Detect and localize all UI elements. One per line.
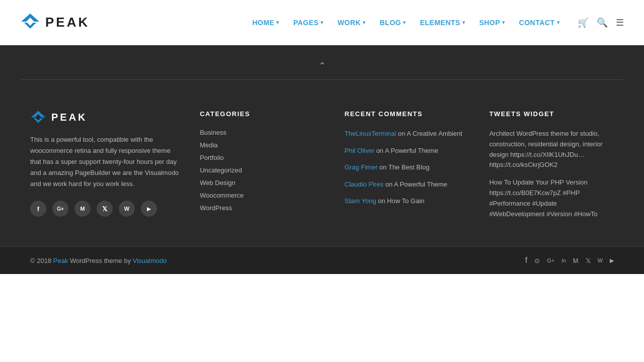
copyright-peak-link[interactable]: Peak <box>53 257 68 264</box>
bottom-wordpress-icon[interactable]: W <box>598 257 603 263</box>
svg-marker-2 <box>31 111 46 118</box>
svg-marker-1 <box>24 23 36 29</box>
logo-text: PEAK <box>45 15 90 30</box>
footer-logo[interactable]: PEAK <box>30 110 180 124</box>
menu-icon[interactable]: ☰ <box>616 17 624 28</box>
footer-categories-col: CATEGORIES Business Media Portfolio Unca… <box>200 110 325 226</box>
medium-icon[interactable]: M <box>74 201 91 217</box>
facebook-icon[interactable]: f <box>30 201 46 217</box>
nav-work[interactable]: WORK ▾ <box>338 19 366 27</box>
main-nav: HOME ▾ PAGES ▾ WORK ▾ BLOG ▾ ELEMENTS ▾ … <box>252 17 624 28</box>
svg-marker-3 <box>33 118 43 123</box>
footer-social-icons: f G+ M 𝕏 W ▶ <box>30 201 180 217</box>
google-plus-icon[interactable]: G+ <box>52 201 68 217</box>
bottom-facebook-icon[interactable]: f <box>525 256 527 265</box>
tweets-title: TWEETS WIDGET <box>489 110 614 118</box>
top-divider <box>20 79 624 80</box>
category-web-design[interactable]: Web Design <box>200 179 325 187</box>
footer-about-col: PEAK This is a powerful tool, compatible… <box>30 110 180 226</box>
category-woocommerce[interactable]: Woocommerce <box>200 192 325 199</box>
chevron-down-icon: ▾ <box>502 20 505 25</box>
nav-elements[interactable]: ELEMENTS ▾ <box>420 19 465 27</box>
site-header: PEAK HOME ▾ PAGES ▾ WORK ▾ BLOG ▾ ELEMEN… <box>0 0 644 45</box>
bottom-youtube-icon[interactable]: ▶ <box>610 257 614 264</box>
footer-logo-text: PEAK <box>51 112 88 123</box>
nav-pages[interactable]: PAGES ▾ <box>293 19 324 27</box>
bottom-twitter-icon[interactable]: 𝕏 <box>586 257 591 264</box>
wordpress-icon[interactable]: W <box>119 201 135 217</box>
footer-bottom: © 2018 Peak WordPress theme by Visualmod… <box>0 247 644 274</box>
chevron-down-icon: ▾ <box>403 20 406 25</box>
footer-content: PEAK This is a powerful tool, compatible… <box>0 85 644 246</box>
bottom-github-icon[interactable]: ⊙ <box>534 257 540 264</box>
comment-1: TheLinuxTerminal on A Creative Ambient <box>345 129 469 139</box>
youtube-icon[interactable]: ▶ <box>141 201 157 217</box>
footer-tweets-col: TWEETS WIDGET Architect WordPress theme … <box>489 110 614 226</box>
twitter-icon[interactable]: 𝕏 <box>97 201 113 217</box>
cart-icon[interactable]: 🛒 <box>578 17 589 28</box>
categories-title: CATEGORIES <box>200 110 325 118</box>
category-portfolio[interactable]: Portfolio <box>200 154 325 161</box>
chevron-down-icon: ▾ <box>462 20 465 25</box>
bottom-google-plus-icon[interactable]: G+ <box>547 257 554 263</box>
logo-icon <box>20 13 40 32</box>
chevron-down-icon: ▾ <box>363 20 366 25</box>
nav-utility-icons: 🛒 🔍 ☰ <box>578 17 624 28</box>
search-icon[interactable]: 🔍 <box>597 17 608 28</box>
nav-contact[interactable]: CONTACT ▾ <box>519 19 559 27</box>
comments-title: RECENT COMMENTS <box>345 110 469 118</box>
bottom-medium-icon[interactable]: M <box>573 257 579 264</box>
footer-description: This is a powerful tool, compatible with… <box>30 134 180 190</box>
comment-2: Phil Oliver on A Powerful Theme <box>345 146 469 156</box>
svg-marker-0 <box>21 14 39 22</box>
chevron-down-icon: ▾ <box>320 20 324 25</box>
dark-section: ⌃ <box>0 45 644 85</box>
comment-5: Stam Yong on How To Gain <box>345 196 469 206</box>
copyright-brand-link[interactable]: Visualmodo <box>133 257 167 264</box>
chevron-down-icon: ▾ <box>557 20 560 25</box>
footer-comments-col: RECENT COMMENTS TheLinuxTerminal on A Cr… <box>345 110 469 226</box>
tweet-1: Architect WordPress theme for studio, co… <box>489 129 614 170</box>
category-wordpress[interactable]: WordPress <box>200 204 325 212</box>
scroll-up-button[interactable]: ⌃ <box>318 60 326 71</box>
nav-shop[interactable]: SHOP ▾ <box>479 19 505 27</box>
category-uncategorized[interactable]: Uncategorized <box>200 166 325 174</box>
logo[interactable]: PEAK <box>20 13 90 32</box>
comment-3: Grag Fimer on The Best Blog <box>345 162 469 172</box>
bottom-linkedin-icon[interactable]: in <box>561 257 566 263</box>
tweet-2: How To Update Your PHP Version https://t… <box>489 177 614 219</box>
comment-4: Claudio Pires on A Powerful Theme <box>345 179 469 190</box>
category-media[interactable]: Media <box>200 141 325 149</box>
copyright-text: © 2018 Peak WordPress theme by Visualmod… <box>30 257 167 264</box>
nav-home[interactable]: HOME ▾ <box>252 19 279 27</box>
category-business[interactable]: Business <box>200 129 325 136</box>
bottom-social-icons: f ⊙ G+ in M 𝕏 W ▶ <box>525 256 614 265</box>
nav-blog[interactable]: BLOG ▾ <box>380 19 406 27</box>
chevron-down-icon: ▾ <box>276 20 279 25</box>
